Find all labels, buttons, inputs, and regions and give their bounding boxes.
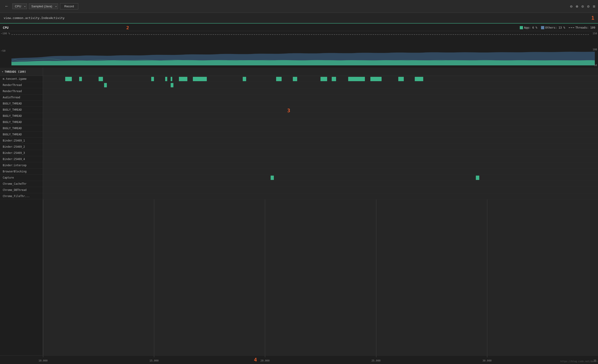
block [179,77,187,81]
block [276,77,282,81]
timeline-row-5 [43,107,598,113]
threads-header[interactable]: ▾ THREADS (109) [0,68,43,76]
cpu-chart[interactable]: −100 % −50 150 100 50 [0,31,598,68]
thread-row-7: BUGLY_THREAD [0,119,43,125]
thread-row-14: Binder:intercep [0,162,43,169]
block [293,77,297,81]
cpu-header: CPU 2 App: 6 % Others: 13 % Threads: 109 [0,24,598,31]
tick-0 [43,356,43,357]
thread-row-12: Binder:25469_3 [0,150,43,156]
thread-row-11: Binder:25469_2 [0,144,43,150]
timeline-row-9 [43,131,598,138]
timeline-row-13 [43,156,598,162]
thread-row-16: Capture [0,175,43,181]
cpu-dropdown-wrap: CPU [12,3,27,9]
timeline-row-18 [43,187,598,193]
legend-app: App: 6 % [520,26,537,29]
top-bar: ← CPU Sampled (Java) Record ⊖ ⊕ ⊙ ⊘ ≡ [0,0,598,13]
timeline-row-15 [43,169,598,175]
legend-threads: Threads: 109 [569,26,595,29]
thread-row-10: Binder:25469_1 [0,138,43,144]
block [332,77,336,81]
block [271,176,274,180]
timeline-row-6 [43,113,598,119]
threads-left-panel: ▾ THREADS (109) m.tencent.igame RenderTh… [0,68,43,355]
thread-row-2: RenderThread [0,88,43,94]
block [321,77,327,81]
timeline-row-2 [43,88,598,94]
legend-others: Others: 13 % [541,26,565,29]
legend-threads-label: Threads: 109 [575,26,595,29]
block [193,77,207,81]
thread-row-13: Binder:25469_4 [0,156,43,162]
time-label-0: 10.000 [38,359,48,362]
timeline-row-10 [43,138,598,144]
activity-path: view.common.activity.IndexActivity [4,16,65,20]
zoom-in-icon[interactable]: ⊕ [576,4,578,9]
time-label-4: 30.000 [482,359,492,362]
tick-4 [487,356,487,357]
block [171,77,172,81]
timeline-row-11 [43,144,598,150]
time-label-3: 25.000 [372,359,381,362]
thread-row-18: Chrome_DBThread [0,187,43,193]
legend-threads-dash [569,27,574,28]
annotation-1: 1 [591,15,594,21]
time-axis-right: 10.000 15.000 20.000 25.000 30.000 35.00… [43,356,598,364]
block [243,77,246,81]
thread-row-3: AudioThread [0,94,43,101]
block [99,77,103,81]
threads-chevron: ▾ [2,70,3,73]
tick-3 [376,356,376,357]
timeline-row-16 [43,175,598,181]
thread-row-9: BUGLY_THREAD [0,131,43,138]
profiler-dropdown-wrap: Sampled (Java) [29,3,58,9]
timeline-row-12 [43,150,598,156]
back-button[interactable]: ← [3,3,10,10]
legend-others-label: Others: 13 % [545,26,565,29]
menu-icon[interactable]: ≡ [593,4,595,9]
cpu-legend: App: 6 % Others: 13 % Threads: 109 [520,26,595,29]
pause-icon[interactable]: ⊘ [587,4,590,9]
thread-row-17: Chrome_CacheThr [0,181,43,187]
cpu-dropdown[interactable]: CPU [12,3,27,9]
thread-row-0: m.tencent.igame [0,76,43,82]
thread-row-4: BUGLY_THREAD [0,101,43,107]
threads-section: ▾ THREADS (109) m.tencent.igame RenderTh… [0,68,598,355]
time-label-2: 20.000 [261,359,270,362]
time-label-1: 15.000 [150,359,158,362]
timeline-row-7 [43,119,598,125]
threads-header-label: THREADS (109) [5,70,26,73]
block [415,77,423,81]
timeline-row-19 [43,193,598,199]
thread-row-8: BUGLY_THREAD [0,125,43,131]
profiler-dropdown[interactable]: Sampled (Java) [29,3,58,9]
reset-icon[interactable]: ⊙ [581,4,584,9]
tick-1 [154,356,154,357]
annotation-2: 2 [126,25,129,30]
block [171,83,174,87]
activity-bar: view.common.activity.IndexActivity 1 [0,13,598,24]
cpu-title: CPU [3,26,30,30]
thread-row-5: BUGLY_THREAD [0,107,43,113]
threads-right-panel[interactable]: 3 [43,68,598,355]
thread-row-19: Chrome_FileThr... [0,193,43,199]
top-icons: ⊖ ⊕ ⊙ ⊘ ≡ [570,4,595,9]
timeline-row-4 [43,101,598,107]
legend-app-label: App: 6 % [524,26,537,29]
record-button[interactable]: Record [60,3,78,9]
thread-row-1: RenderThread [0,82,43,88]
legend-others-color [541,26,544,29]
block [165,77,167,81]
annotation-4: 4 [254,357,257,363]
block [151,77,154,81]
timeline-row-1 [43,82,598,88]
cpu-chart-svg [0,31,598,68]
timeline-header-row [43,68,598,76]
block [370,77,382,81]
zoom-out-icon[interactable]: ⊖ [570,4,573,9]
block [79,77,82,81]
timeline-row-17 [43,181,598,187]
timeline-row-0 [43,76,598,82]
time-axis: 10.000 15.000 20.000 25.000 30.000 35.00… [0,355,598,364]
